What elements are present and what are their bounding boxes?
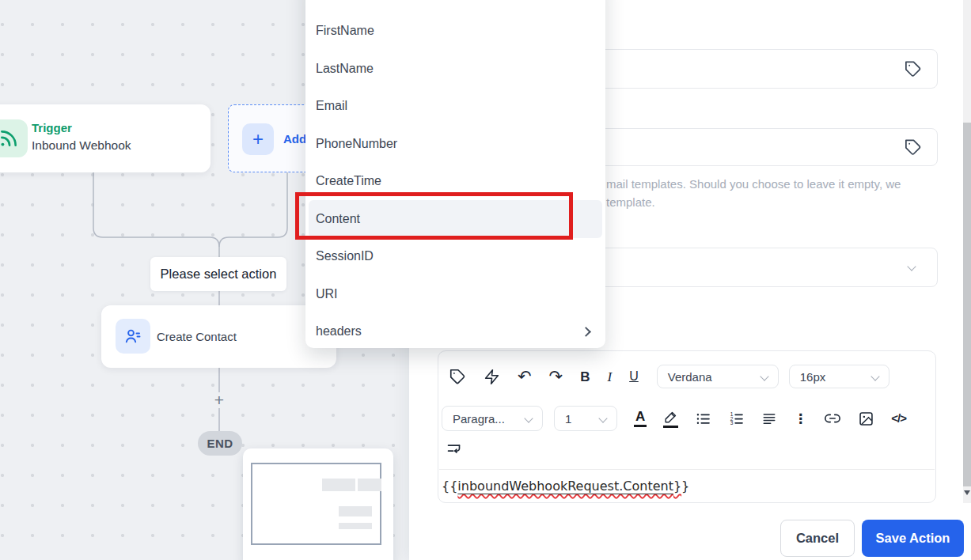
placeholder-block — [322, 479, 355, 491]
svg-text:3: 3 — [730, 420, 734, 426]
italic-button[interactable]: I — [608, 370, 613, 384]
dropdown-item-email[interactable]: Email — [305, 88, 605, 126]
editor-content[interactable]: {{inboundWebhookRequest.Content}} — [438, 470, 935, 502]
paragraph-style-select[interactable]: Paragra... — [442, 406, 543, 431]
dropdown-item-sessionid[interactable]: SessionID — [305, 238, 605, 276]
more-options-button[interactable]: ⋮ — [794, 412, 807, 426]
helper-text-line2: template. — [606, 193, 655, 211]
dropdown-item-uri[interactable]: URI — [305, 275, 605, 313]
scrollbar-track[interactable] — [963, 0, 971, 503]
line-height-select[interactable]: 1 — [554, 406, 617, 431]
dropdown-item-firstname[interactable]: FirstName — [305, 13, 605, 51]
tag-icon[interactable] — [904, 138, 922, 157]
dropdown-item-content[interactable]: Content — [309, 200, 602, 238]
cancel-button[interactable]: Cancel — [780, 520, 855, 557]
workflow-builder-screen: Trigger Inbound Webhook + Add Please sel… — [0, 0, 971, 560]
end-node: END — [198, 431, 242, 456]
tag-icon[interactable] — [904, 60, 922, 78]
trigger-title: Trigger — [32, 121, 72, 134]
trigger-subtitle: Inbound Webhook — [32, 138, 131, 153]
line-height-value: 1 — [565, 412, 571, 426]
insert-image-button[interactable] — [858, 411, 874, 427]
variable-token: inboundWebhookRequest.Content} — [457, 479, 681, 494]
trigger-node[interactable]: Trigger Inbound Webhook — [0, 104, 211, 172]
dropdown-item-lastname[interactable]: LastName — [305, 50, 605, 88]
template-close-brace: } — [681, 479, 689, 494]
chevron-down-icon — [760, 372, 768, 380]
lightning-icon[interactable] — [484, 369, 500, 385]
chevron-down-icon — [907, 262, 916, 271]
undo-button[interactable]: ↶ — [518, 369, 532, 385]
font-size-value: 16px — [800, 370, 826, 384]
scrollbar-down-arrow-icon[interactable] — [964, 490, 970, 495]
placeholder-block — [339, 523, 372, 529]
create-contact-node[interactable]: Create Contact — [101, 305, 336, 368]
dropdown-item-headers[interactable]: headers — [305, 313, 605, 349]
chevron-down-icon — [870, 372, 879, 380]
template-preview-card — [243, 448, 393, 560]
add-step-plus-button[interactable]: + — [211, 391, 228, 410]
insert-tag-button[interactable] — [449, 368, 466, 385]
redo-button[interactable]: ↷ — [549, 369, 563, 385]
font-family-value: Verdana — [668, 370, 712, 384]
placeholder-block — [339, 506, 372, 516]
chevron-right-icon — [581, 327, 591, 337]
bold-button[interactable]: B — [580, 370, 590, 384]
ordered-list-button[interactable]: 1 2 3 — [728, 411, 745, 427]
add-label: Add — [283, 105, 306, 172]
action-prompt-label: Please select action — [150, 257, 286, 291]
text-color-button[interactable]: A — [634, 410, 647, 428]
chevron-down-icon — [598, 414, 607, 422]
dropdown-item-createtime[interactable]: CreateTime — [305, 163, 605, 201]
scrollbar-thumb[interactable] — [963, 123, 971, 486]
unordered-list-button[interactable] — [695, 411, 711, 427]
align-button[interactable] — [761, 411, 777, 426]
insert-link-button[interactable] — [824, 410, 841, 427]
line-break-button[interactable] — [446, 441, 462, 457]
dropdown-item-clipped[interactable]: Type — [305, 0, 605, 13]
variable-dropdown: Type FirstName LastName Email PhoneNumbe… — [305, 0, 605, 348]
underline-button[interactable]: U — [629, 370, 639, 383]
placeholder-block — [358, 479, 381, 491]
contact-icon — [116, 319, 150, 354]
create-contact-label: Create Contact — [157, 305, 237, 368]
highlight-color-button[interactable] — [663, 410, 678, 428]
rich-text-editor: ↶ ↷ B I U Verdana 16px Paragra... — [438, 350, 936, 503]
template-open-brace: {{ — [442, 479, 457, 494]
save-action-button[interactable]: Save Action — [862, 520, 964, 557]
font-family-select[interactable]: Verdana — [657, 365, 779, 388]
plus-icon: + — [242, 123, 274, 155]
dropdown-item-phonenumber[interactable]: PhoneNumber — [305, 125, 605, 163]
paragraph-style-value: Paragra... — [453, 412, 505, 426]
preview-frame — [251, 463, 381, 545]
webhook-icon — [0, 119, 28, 157]
chevron-down-icon — [524, 414, 533, 422]
helper-text-line1: mail templates. Should you choose to lea… — [606, 175, 901, 193]
font-size-select[interactable]: 16px — [789, 365, 889, 388]
dropdown-item-label: headers — [316, 324, 362, 339]
